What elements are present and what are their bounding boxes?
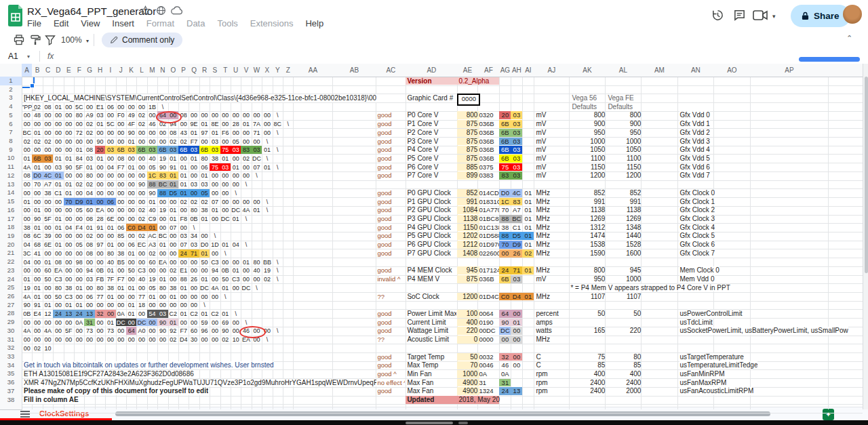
cell-A17[interactable]: 00 xyxy=(22,215,32,223)
param-label-31[interactable]: Acoustic Limit xyxy=(407,336,456,344)
cell-F4[interactable]: 5C xyxy=(74,103,84,111)
cell-U9[interactable]: 03 xyxy=(231,146,241,154)
input-value-5[interactable]: 800 xyxy=(457,111,479,119)
cell-M26[interactable]: 01 xyxy=(147,293,157,301)
hexvalue-37[interactable]: 1324 xyxy=(479,387,499,395)
cell-V24[interactable]: 00 xyxy=(241,275,251,283)
cell-S6[interactable]: 8E xyxy=(210,120,220,128)
byte-23-0[interactable]: 24 xyxy=(499,266,511,275)
column-header-V[interactable]: V xyxy=(241,64,252,77)
hexvalue-18[interactable]: 01C138 xyxy=(479,224,499,232)
cell-Y22[interactable]: \ xyxy=(273,258,283,266)
cell-I23[interactable]: 01 xyxy=(105,266,115,275)
cell-S24[interactable]: 00 xyxy=(210,275,220,283)
cell-Q23[interactable]: 00 xyxy=(189,266,199,275)
cell-I31[interactable]: 00 xyxy=(105,336,115,344)
cell-B23[interactable]: 00 xyxy=(32,266,42,275)
param-label-20[interactable]: P6 GPU Clock xyxy=(407,241,456,249)
cell-B22[interactable]: 00 xyxy=(32,258,42,266)
cell-T20[interactable]: 01 xyxy=(220,241,231,249)
row-header-35[interactable]: 35 xyxy=(0,369,22,379)
cell-W11[interactable]: 07 xyxy=(252,163,262,171)
cell-M22[interactable]: 60 xyxy=(147,258,157,266)
cell-W24[interactable]: 00 xyxy=(252,275,262,283)
cell-B26[interactable]: 01 xyxy=(32,293,42,301)
status-12[interactable]: good xyxy=(377,171,405,180)
cell-A31[interactable]: 00 xyxy=(22,336,32,344)
cell-J4[interactable]: 00 xyxy=(116,103,126,111)
cell-S26[interactable]: 00 xyxy=(210,293,220,301)
cell-G6[interactable]: 02 xyxy=(84,120,94,128)
cell-I21[interactable]: 80 xyxy=(105,249,115,258)
param-label-16[interactable]: P2 GPU Clock xyxy=(407,206,456,214)
cell-Q6[interactable]: 9E xyxy=(189,120,199,128)
cell-I18[interactable]: 01 xyxy=(105,224,115,232)
cell-O24[interactable]: 00 xyxy=(168,275,178,283)
input-value-3[interactable]: 0000 xyxy=(457,94,480,106)
cell-M24[interactable]: 19 xyxy=(147,275,157,283)
hexvalue-33[interactable]: 0032 xyxy=(479,353,499,361)
input-value-31[interactable]: 0 xyxy=(457,336,479,344)
cell-W16[interactable]: 01 xyxy=(252,206,262,214)
cell-F12[interactable]: 00 xyxy=(74,171,84,180)
row-header-29[interactable]: 29 xyxy=(0,318,22,327)
cell-M4[interactable]: 1B xyxy=(147,103,157,111)
row-header-31[interactable]: 31 xyxy=(0,336,22,345)
cell-T10[interactable]: 01 xyxy=(220,155,231,163)
cell-X31[interactable]: \ xyxy=(262,336,272,344)
status-10[interactable]: good xyxy=(377,155,405,163)
byte-36-0[interactable]: 31 xyxy=(499,379,511,387)
cell-F22[interactable]: 98 xyxy=(74,258,84,266)
cell-V20[interactable]: \ xyxy=(241,241,251,249)
row-header-33[interactable]: 33 xyxy=(0,352,22,362)
input-value-10[interactable]: 875 xyxy=(457,155,479,163)
cell-E25[interactable]: 38 xyxy=(64,284,74,292)
cell-M10[interactable]: 40 xyxy=(147,155,157,163)
cell-W23[interactable]: 40 xyxy=(252,266,262,275)
cell-B16[interactable]: 01 xyxy=(32,206,42,214)
cell-V23[interactable]: 00 xyxy=(241,266,251,275)
byte-19-0[interactable]: 88 xyxy=(499,232,511,240)
row-header-11[interactable]: 11 xyxy=(0,163,22,172)
cell-X16[interactable]: \ xyxy=(262,206,272,214)
cell-O9[interactable]: 03 xyxy=(168,146,178,154)
status-36[interactable]: no effect ^ xyxy=(377,379,405,387)
cell-H31[interactable]: 00 xyxy=(95,336,105,344)
input-value-24[interactable]: 875 xyxy=(457,275,479,283)
cell-G29[interactable]: 31 xyxy=(84,319,94,327)
param-label-15[interactable]: P1 GPU Clock xyxy=(407,198,456,206)
input-value-18[interactable]: 1150 xyxy=(457,224,479,232)
cell-O16[interactable]: 01 xyxy=(168,206,178,214)
cell-P6[interactable]: 00 xyxy=(178,120,189,128)
cell-I13[interactable]: 00 xyxy=(105,180,115,188)
cell-S16[interactable]: 01 xyxy=(210,206,220,214)
cell-M8[interactable]: 00 xyxy=(147,138,157,146)
cell-E8[interactable]: 00 xyxy=(64,138,74,146)
cell-R30[interactable]: 96 xyxy=(199,327,210,335)
cell-E12[interactable]: 00 xyxy=(64,171,74,180)
cell-E28[interactable]: 13 xyxy=(64,310,74,318)
cell-B25[interactable]: 01 xyxy=(32,284,42,292)
cell-I29[interactable]: 01 xyxy=(105,319,115,327)
cell-I4[interactable]: 06 xyxy=(105,103,115,111)
cell-C13[interactable]: A7 xyxy=(43,180,53,188)
cell-R27[interactable]: \ xyxy=(199,301,210,309)
cell-B32[interactable]: 02 xyxy=(32,344,42,352)
cell-H22[interactable]: 00 xyxy=(95,258,105,266)
cell-D19[interactable]: 00 xyxy=(53,232,63,240)
cell-U31[interactable]: 10 xyxy=(231,336,241,344)
cell-M16[interactable]: 40 xyxy=(147,206,157,214)
status-20[interactable]: good xyxy=(377,241,405,249)
byte-15-1[interactable]: 83 xyxy=(511,198,522,206)
cell-Q8[interactable]: F7 xyxy=(189,138,199,146)
byte-21-2[interactable]: 02 xyxy=(522,249,534,258)
column-header-M[interactable]: M xyxy=(147,64,158,77)
cell-G22[interactable]: 00 xyxy=(84,258,94,266)
cell-J20[interactable]: 00 xyxy=(116,241,126,249)
column-header-AA[interactable]: AA xyxy=(293,64,333,77)
param-label-23[interactable]: P4 MEM Clock xyxy=(407,266,456,275)
cell-W6[interactable]: 7A xyxy=(252,120,262,128)
hexvalue-34[interactable]: 0046 xyxy=(479,361,499,369)
cell-I11[interactable]: 04 xyxy=(105,163,115,171)
cell-E18[interactable]: 04 xyxy=(64,224,74,232)
